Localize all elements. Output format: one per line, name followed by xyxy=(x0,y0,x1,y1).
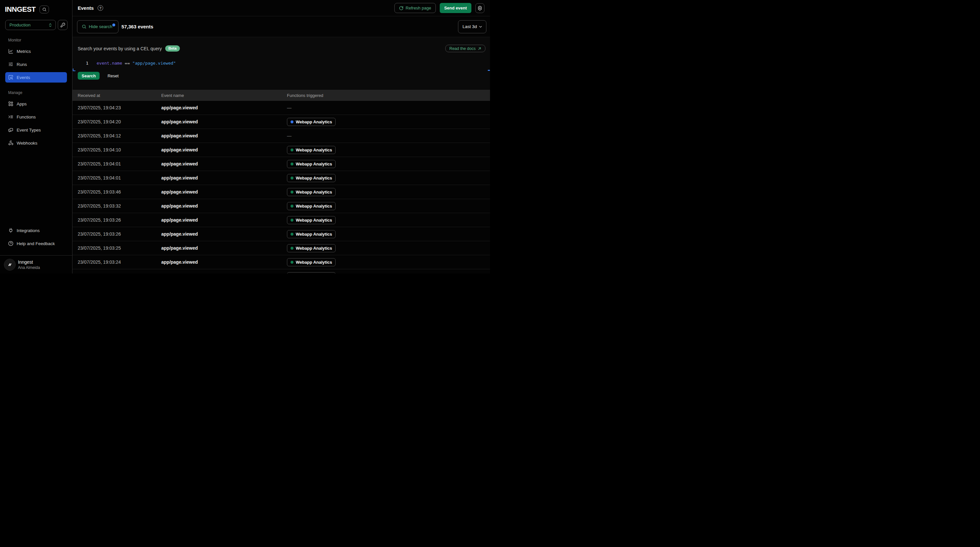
search-button-label: Search xyxy=(82,73,95,78)
event-name-cell: app/page.viewed xyxy=(161,231,287,237)
sidebar-item-events[interactable]: Events xyxy=(5,72,67,83)
function-badge[interactable]: Webapp Analytics xyxy=(287,202,336,210)
sidebar-item-event-types[interactable]: Event Types xyxy=(5,125,67,135)
function-badge-label: Webapp Analytics xyxy=(296,148,332,153)
status-dot-green xyxy=(291,162,293,165)
sidebar-item-help[interactable]: Help and Feedback xyxy=(5,238,67,249)
functions-cell: Webapp Analytics xyxy=(287,272,490,274)
sidebar-item-webhooks[interactable]: Webhooks xyxy=(5,138,67,148)
sidebar-logo-row: INNGEST xyxy=(0,0,72,14)
external-link-arrow-icon xyxy=(477,47,482,51)
status-dot-green xyxy=(291,148,293,151)
function-badge[interactable]: Webapp Analytics xyxy=(287,188,336,196)
table-row[interactable]: 23/07/2025, 19:03:32 app/page.viewed Web… xyxy=(72,199,490,213)
refresh-page-label: Refresh page xyxy=(406,6,431,10)
event-name-cell: app/page.viewed xyxy=(161,245,287,251)
editor-selection-artifact-left xyxy=(73,68,75,71)
select-chevrons-icon xyxy=(48,23,52,27)
cel-search-panel: Search your events by using a CEL query … xyxy=(72,37,490,90)
sidebar-item-runs[interactable]: Runs xyxy=(5,59,67,70)
functions-cell: Webapp Analytics xyxy=(287,258,490,266)
hide-search-button[interactable]: Hide search xyxy=(77,20,118,33)
function-badge[interactable]: Webapp Analytics xyxy=(287,230,336,238)
function-badge[interactable]: Webapp Analytics xyxy=(287,244,336,252)
column-header-functions-triggered: Functions triggered xyxy=(287,93,490,98)
function-badge-label: Webapp Analytics xyxy=(296,119,332,124)
function-badge[interactable]: Webapp Analytics xyxy=(287,216,336,224)
status-dot-green xyxy=(291,205,293,208)
functions-cell: Webapp Analytics xyxy=(287,188,490,196)
table-row[interactable]: 23/07/2025, 19:03:46 app/page.viewed Web… xyxy=(72,185,490,199)
search-icon xyxy=(82,24,86,29)
account-switcher[interactable]: Inngest Ana Almeida xyxy=(0,255,72,274)
received-at-cell: 23/07/2025, 19:04:20 xyxy=(78,119,161,124)
refresh-page-button[interactable]: Refresh page xyxy=(395,3,436,13)
table-row[interactable]: 23/07/2025, 19:03:26 app/page.viewed Web… xyxy=(72,213,490,227)
function-badge[interactable]: Webapp Analytics xyxy=(287,118,336,126)
sidebar-item-label: Event Types xyxy=(17,127,41,132)
inngest-logomark-icon xyxy=(6,261,13,268)
search-icon xyxy=(42,7,47,12)
function-badge-label: Webapp Analytics xyxy=(296,232,332,237)
empty-dash: — xyxy=(287,105,291,110)
function-badge[interactable]: Webapp Analytics xyxy=(287,258,336,266)
inngest-dashboard: INNGEST Production Monitor xyxy=(0,0,490,274)
functions-icon xyxy=(8,114,13,119)
table-row[interactable]: 23/07/2025, 19:04:20 app/page.viewed Web… xyxy=(72,115,490,129)
send-event-button[interactable]: Send event xyxy=(440,3,471,13)
status-dot-green xyxy=(291,177,293,180)
table-row[interactable]: 23/07/2025, 19:04:23 app/page.viewed — xyxy=(72,101,490,115)
table-row[interactable]: 23/07/2025, 19:04:01 app/page.viewed Web… xyxy=(72,171,490,185)
table-row[interactable]: 23/07/2025, 19:03:24 app/page.viewed Web… xyxy=(72,255,490,269)
plug-icon xyxy=(8,228,13,233)
table-row[interactable]: 23/07/2025, 19:03:25 app/page.viewed Web… xyxy=(72,241,490,255)
sidebar-item-apps[interactable]: Apps xyxy=(5,99,67,109)
function-badge[interactable]: Webapp Analytics xyxy=(287,146,336,154)
environment-select[interactable]: Production xyxy=(5,20,56,30)
cel-code-editor[interactable]: 1 event.name == "app/page.viewed" xyxy=(78,61,485,65)
settings-button[interactable] xyxy=(475,3,484,13)
time-range-select[interactable]: Last 3d xyxy=(458,20,487,33)
event-keys-button[interactable] xyxy=(58,20,68,30)
sidebar-item-integrations[interactable]: Integrations xyxy=(5,225,67,235)
events-toolbar: Hide search 57,363 events Last 3d xyxy=(72,16,490,37)
functions-cell: Webapp Analytics xyxy=(287,230,490,238)
received-at-cell: 23/07/2025, 19:04:01 xyxy=(78,175,161,180)
sidebar-item-functions[interactable]: Functions xyxy=(5,111,67,122)
cel-query-text: event.name == "app/page.viewed" xyxy=(97,61,176,65)
org-avatar xyxy=(4,259,16,270)
received-at-cell: 23/07/2025, 19:03:24 xyxy=(78,259,161,265)
status-dot-green xyxy=(291,247,293,250)
reset-button[interactable]: Reset xyxy=(107,73,118,78)
help-circle-icon xyxy=(8,241,13,246)
function-badge[interactable]: Webapp Analytics xyxy=(287,272,336,274)
table-row[interactable]: 23/07/2025, 19:04:01 app/page.viewed Web… xyxy=(72,157,490,171)
main-content: Events ? Refresh page Send event xyxy=(72,0,490,274)
nav-section-monitor: Monitor xyxy=(8,38,67,43)
function-badge-label: Webapp Analytics xyxy=(296,189,332,194)
code-operator-token: == xyxy=(125,61,130,65)
code-string: "app/page.viewed" xyxy=(132,61,176,65)
search-button[interactable]: Search xyxy=(78,72,100,80)
sidebar-item-label: Events xyxy=(17,75,30,80)
function-badge[interactable]: Webapp Analytics xyxy=(287,174,336,182)
table-row[interactable]: 23/07/2025, 19:03:23 app/page.viewed Web… xyxy=(72,269,490,274)
sidebar-item-metrics[interactable]: Metrics xyxy=(5,46,67,56)
events-help-icon[interactable]: ? xyxy=(98,5,103,11)
event-name-cell: app/page.viewed xyxy=(161,217,287,223)
sidebar-item-label: Webhooks xyxy=(17,141,38,146)
global-search-button[interactable] xyxy=(40,6,49,13)
reset-button-label: Reset xyxy=(107,73,118,78)
nav-section-manage: Manage xyxy=(8,91,67,95)
page-header: Events ? Refresh page Send event xyxy=(72,0,490,16)
account-text: Inngest Ana Almeida xyxy=(18,259,40,270)
sidebar-nav: Monitor Metrics Runs Events Manage xyxy=(0,30,72,151)
read-the-docs-button[interactable]: Read the docs xyxy=(445,45,485,52)
table-row[interactable]: 23/07/2025, 19:04:10 app/page.viewed Web… xyxy=(72,143,490,157)
event-name-cell: app/page.viewed xyxy=(161,119,287,124)
table-row[interactable]: 23/07/2025, 19:03:26 app/page.viewed Web… xyxy=(72,227,490,241)
table-row[interactable]: 23/07/2025, 19:04:12 app/page.viewed — xyxy=(72,129,490,143)
event-search-icon xyxy=(8,75,13,80)
apps-shapes-icon xyxy=(8,101,13,107)
function-badge[interactable]: Webapp Analytics xyxy=(287,160,336,168)
